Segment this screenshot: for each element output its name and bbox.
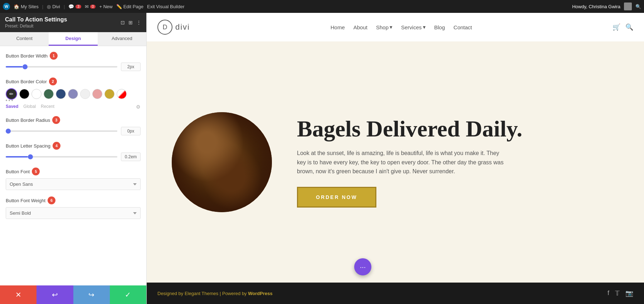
instagram-icon[interactable]: 📷: [625, 289, 633, 297]
color-tab-recent[interactable]: Recent: [41, 104, 54, 110]
messages-icon: ✉: [85, 4, 89, 9]
logo-circle: D: [157, 20, 172, 35]
panel-footer: ✕ ↩ ↪ ✓: [0, 285, 146, 304]
border-radius-slider-row: 0px: [6, 127, 141, 135]
left-panel: Call To Action Settings Preset: Default …: [0, 13, 147, 304]
border-width-fill: [6, 66, 23, 68]
tab-content[interactable]: Content: [0, 32, 49, 46]
color-picker-button[interactable]: ✏: [6, 88, 17, 100]
exit-builder-link[interactable]: Exit Visual Builder: [147, 4, 185, 9]
swatch-pink[interactable]: [92, 89, 102, 99]
border-width-label: Button Border Width 1: [6, 52, 141, 60]
elegant-themes-link[interactable]: Elegant Themes: [185, 291, 218, 296]
letter-spacing-label: Button Letter Spacing 4: [6, 142, 141, 150]
nav-icons: 🛒 🔍: [613, 23, 633, 31]
swatch-black[interactable]: [19, 89, 29, 99]
bagel-texture: [172, 112, 272, 212]
admin-bar-right: Howdy, Christina Gwira 🔍: [572, 3, 641, 10]
color-tab-saved[interactable]: Saved: [6, 104, 18, 110]
new-content-link[interactable]: + New: [99, 4, 112, 9]
undo-button[interactable]: ↩: [36, 285, 73, 304]
swatch-green[interactable]: [44, 89, 54, 99]
hero-image: [168, 105, 275, 219]
font-group: Button Font 5 Open Sans Roboto Lato Mont…: [6, 168, 141, 190]
border-radius-value[interactable]: 0px: [121, 127, 141, 135]
panel-tabs: Content Design Advanced: [0, 32, 146, 46]
nav-about[interactable]: About: [353, 24, 367, 30]
border-color-group: Button Border Color 2 ✏: [6, 78, 141, 110]
border-color-label: Button Border Color 2: [6, 78, 141, 85]
cta-button[interactable]: ORDER NOW: [297, 187, 376, 208]
swatch-white[interactable]: [31, 89, 42, 99]
font-select[interactable]: Open Sans Roboto Lato Montserrat Raleway: [6, 178, 141, 190]
main-layout: Call To Action Settings Preset: Default …: [0, 13, 644, 304]
letter-spacing-thumb[interactable]: [28, 154, 33, 159]
swatch-light[interactable]: [80, 89, 90, 99]
step-badge-5: 5: [32, 168, 40, 175]
shop-chevron-icon: ▾: [390, 24, 392, 30]
panel-content: Button Border Width 1 2px Button Border …: [0, 46, 146, 285]
step-badge-6: 6: [48, 196, 55, 204]
grid-icon[interactable]: ⊞: [128, 20, 133, 25]
letter-spacing-value[interactable]: 0.2em: [121, 153, 141, 161]
facebook-icon[interactable]: f: [608, 289, 609, 297]
nav-contact[interactable]: Contact: [454, 24, 472, 30]
swatch-lavender[interactable]: [68, 89, 78, 99]
tab-advanced[interactable]: Advanced: [98, 32, 146, 46]
services-chevron-icon: ▾: [423, 24, 426, 30]
messages-link[interactable]: ✉ 0: [85, 4, 96, 9]
font-weight-select[interactable]: Thin Light Regular Semi Bold Bold Extra …: [6, 207, 141, 219]
user-avatar: [624, 3, 632, 10]
edit-icon: ✏️: [116, 4, 122, 9]
more-options-icon[interactable]: ⋮: [136, 20, 141, 25]
step-badge-3: 3: [52, 116, 60, 124]
swatch-blue[interactable]: [56, 89, 66, 99]
user-greeting: Howdy, Christina Gwira: [572, 4, 620, 9]
footer-social-icons: f 𝕋 📷: [608, 289, 633, 297]
color-tab-global[interactable]: Global: [23, 104, 36, 110]
bagel-image: [172, 112, 272, 212]
panel-header-info: Call To Action Settings Preset: Default: [5, 16, 67, 29]
panel-header: Call To Action Settings Preset: Default …: [0, 13, 146, 32]
border-radius-thumb[interactable]: [6, 129, 11, 134]
edit-page-link[interactable]: ✏️ Edit Page: [116, 4, 143, 9]
wordpress-icon[interactable]: W: [3, 3, 10, 10]
panel-title: Call To Action Settings: [5, 16, 67, 23]
redo-button[interactable]: ↪: [73, 285, 110, 304]
admin-search-icon[interactable]: 🔍: [635, 4, 641, 9]
hero-section: Bagels Delivered Daily. Look at the suns…: [147, 41, 644, 283]
panel-subtitle: Preset: Default: [5, 24, 67, 29]
tab-design[interactable]: Design: [49, 32, 97, 46]
site-name-link[interactable]: ◎ Divi: [47, 4, 60, 9]
minimize-icon[interactable]: ⊡: [121, 20, 125, 25]
cancel-button[interactable]: ✕: [0, 285, 36, 304]
letter-spacing-fill: [6, 156, 28, 158]
swatch-none[interactable]: [117, 89, 127, 99]
confirm-button[interactable]: ✓: [110, 285, 146, 304]
color-settings-icon[interactable]: ⚙: [136, 104, 141, 110]
twitter-icon[interactable]: 𝕋: [615, 289, 620, 297]
step-badge-2: 2: [49, 78, 57, 85]
border-width-value[interactable]: 2px: [121, 63, 141, 71]
nav-services[interactable]: Services ▾: [401, 24, 426, 30]
nav-shop[interactable]: Shop ▾: [376, 24, 392, 30]
border-width-slider-row: 2px: [6, 63, 141, 71]
site-nav-links: Home About Shop ▾ Services ▾ Blog Contac…: [331, 24, 472, 30]
cart-icon[interactable]: 🛒: [613, 23, 620, 31]
nav-home[interactable]: Home: [331, 24, 345, 30]
admin-bar-left: W 🏠 My Sites | ◎ Divi | 💬 3 ✉ 0 + New ✏️…: [3, 3, 568, 10]
site-footer: Designed by Elegant Themes | Powered by …: [147, 283, 644, 304]
swatch-gold[interactable]: [104, 89, 114, 99]
border-width-group: Button Border Width 1 2px: [6, 52, 141, 71]
letter-spacing-track: [6, 156, 117, 158]
wordpress-link[interactable]: WordPress: [248, 291, 272, 296]
comments-link[interactable]: 💬 3: [68, 4, 81, 9]
color-tabs-row: Saved Global Recent ⚙: [6, 104, 141, 110]
site-logo: D divi: [157, 20, 190, 35]
nav-blog[interactable]: Blog: [434, 24, 445, 30]
floating-action-button[interactable]: ···: [354, 258, 371, 275]
nav-search-icon[interactable]: 🔍: [625, 23, 633, 31]
hero-content: Bagels Delivered Daily. Look at the suns…: [297, 116, 623, 208]
border-width-thumb[interactable]: [23, 64, 28, 69]
my-sites-link[interactable]: 🏠 My Sites: [14, 4, 39, 9]
